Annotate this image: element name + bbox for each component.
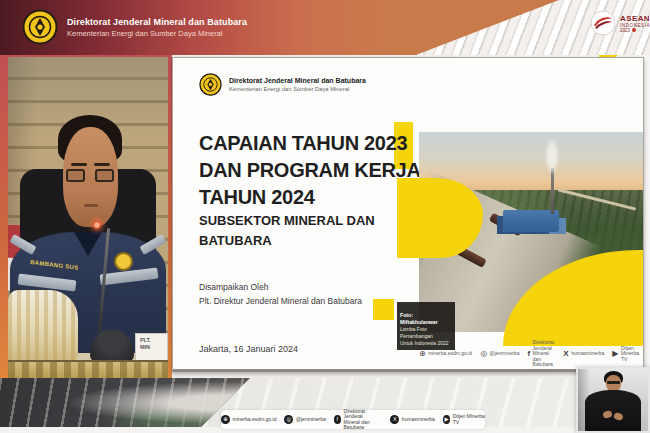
table-front-pattern (8, 360, 168, 378)
photo-smoke-plume (545, 138, 559, 174)
social-label: humasminerba (402, 417, 435, 423)
header-agency-title: Direktorat Jenderal Mineral dan Batubara (67, 17, 247, 27)
uniform-collar (74, 232, 102, 256)
glasses-icon (95, 169, 114, 182)
globe-icon: ⊕ (419, 350, 426, 358)
slide-ministry-subtitle: Kementerian Energi dan Sumber Daya Miner… (229, 86, 366, 92)
uniform-badge-icon (114, 252, 133, 271)
asean-year-label: 2023 (620, 28, 630, 33)
slide-agency-title: Direktorat Jenderal Mineral dan Batubara (229, 77, 366, 84)
header-brand: Direktorat Jenderal Mineral dan Batubara… (22, 9, 247, 45)
social-label: humasminerba (571, 351, 604, 357)
social-item-x: Xhumasminerba (390, 415, 435, 424)
slide-date-location: Jakarta, 16 Januari 2024 (199, 344, 298, 354)
x-icon: X (563, 350, 568, 358)
play-icon: ▶ (612, 350, 618, 358)
presentation-slide: Direktorat Jenderal Mineral dan Batubara… (172, 57, 644, 372)
play-icon: ▶ (443, 415, 450, 424)
presenter-title: Plt. Direktur Jenderal Mineral dan Batub… (199, 294, 362, 308)
photo-credit-name: Foto: Miftakhulanwar (400, 312, 452, 326)
social-item-instagram: ◎@jenminerba (284, 415, 325, 424)
glasses-icon (607, 381, 620, 384)
social-label: Direktorat Jenderal Mineral dan Batubara (344, 409, 383, 431)
speaker-name-tag: BAMBANG SUS (30, 259, 79, 271)
instagram-icon: ◎ (480, 350, 487, 358)
asean-bird-icon (590, 10, 616, 36)
social-label: minerba.esdm.go.id (233, 417, 277, 423)
social-item-website: ⊕minerba.esdm.go.id (221, 415, 276, 424)
speaker-mouth (84, 204, 98, 207)
aerial-venue-view (0, 378, 250, 433)
social-label: Direktorat Jenderal Mineral dan Batubara (533, 340, 556, 368)
stream-frame: Direktorat Jenderal Mineral dan Batubara… (0, 0, 650, 433)
social-item-website: ⊕minerba.esdm.go.id (419, 350, 472, 358)
esdm-emblem-icon (22, 9, 58, 45)
social-item-facebook: fDirektorat Jenderal Mineral dan Batubar… (527, 340, 555, 368)
interpreter-body (585, 390, 641, 431)
bottom-social-bar: ⊕minerba.esdm.go.id ◎@jenminerba fDirekt… (221, 410, 485, 429)
social-label: minerba.esdm.go.id (428, 351, 472, 357)
photo-smoke-stack (551, 168, 554, 214)
uniform-chest-stripe (18, 274, 77, 292)
esdm-emblem-icon (199, 73, 222, 96)
social-item-facebook: fDirektorat Jenderal Mineral dan Batubar… (334, 409, 383, 431)
speaker-eyebrow (94, 163, 110, 166)
slide-social-footer: ⊕minerba.esdm.go.id ◎@jenminerba fDirekt… (419, 340, 639, 368)
social-label: @jenminerba (296, 417, 326, 423)
facebook-icon: f (334, 415, 341, 424)
header-banner: Direktorat Jenderal Mineral dan Batubara… (0, 0, 650, 55)
slide-logo-block: Direktorat Jenderal Mineral dan Batubara… (199, 73, 366, 96)
sign-language-interpreter-video (576, 367, 650, 433)
instagram-icon: ◎ (284, 415, 293, 424)
yellow-square-accent (373, 299, 394, 320)
uniform-chest-stripe (100, 268, 159, 286)
bottom-video-strip: ⊕minerba.esdm.go.id ◎@jenminerba fDirekt… (0, 378, 650, 433)
presented-by-label: Disampaikan Oleh (199, 280, 362, 294)
glasses-icon (66, 169, 85, 182)
asean-2023-logo: ASEAN INDONESIA 2023 (590, 10, 650, 36)
social-item-tv: ▶Ditjen Minerba TV (443, 414, 485, 425)
globe-icon: ⊕ (221, 415, 230, 424)
embroidered-cloth (8, 290, 78, 362)
asean-dot-icon (632, 28, 636, 32)
asean-label: ASEAN (620, 14, 650, 23)
social-item-instagram: ◎@jenminerba (480, 350, 519, 358)
social-label: @jenminerba (490, 351, 520, 357)
speaker-face (63, 127, 118, 227)
speaker-video: BAMBANG SUS PLT. MIN (8, 57, 168, 378)
header-ministry-subtitle: Kementerian Energi dan Sumber Daya Miner… (67, 29, 247, 38)
microphone-light (93, 221, 101, 229)
presented-by-block: Disampaikan Oleh Plt. Direktur Jenderal … (199, 280, 362, 308)
facebook-icon: f (527, 350, 530, 358)
speaker-eyebrow (71, 163, 87, 166)
social-item-tv: ▶Ditjen Minerba TV (612, 346, 639, 363)
social-label: Ditjen Minerba TV (621, 346, 639, 363)
x-icon: X (390, 415, 399, 424)
social-label: Ditjen Minerba TV (453, 414, 485, 425)
social-item-x: Xhumasminerba (563, 350, 604, 358)
